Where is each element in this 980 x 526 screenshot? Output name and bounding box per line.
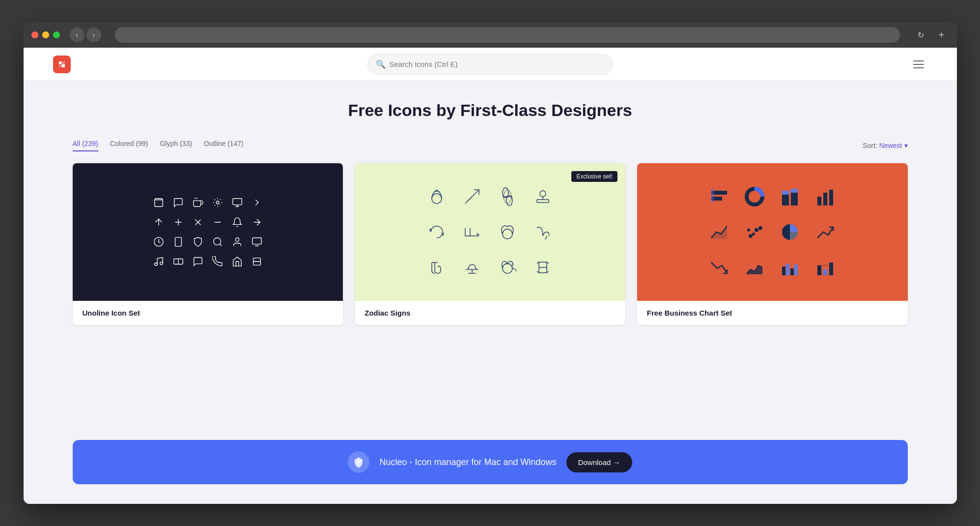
svg-point-64 xyxy=(758,226,762,230)
zodiac-icon-cancer xyxy=(423,218,450,246)
svg-rect-55 xyxy=(782,191,789,195)
svg-point-62 xyxy=(755,228,758,232)
outline-icon xyxy=(152,235,166,249)
card-preview-zodiac: Exclusive set! xyxy=(355,163,625,301)
sort-label: Sort: xyxy=(863,142,877,149)
browser-content: 🔍 Free Icons by First-Class Designers Al… xyxy=(24,48,957,504)
chart-icon-grouped-bar xyxy=(776,254,804,281)
traffic-lights xyxy=(31,31,60,38)
svg-rect-58 xyxy=(817,197,821,205)
card-label-charts: Free Business Chart Set xyxy=(637,301,908,325)
card-preview-unoline xyxy=(73,163,343,301)
card-preview-charts xyxy=(637,163,908,301)
svg-line-16 xyxy=(220,244,222,246)
download-button[interactable]: Download → xyxy=(566,452,632,472)
zodiac-icon-sagittarius xyxy=(458,183,486,210)
main-content: Free Icons by First-Class Designers All … xyxy=(24,81,957,440)
zodiac-icon-capricorn xyxy=(529,218,557,246)
svg-rect-71 xyxy=(817,265,821,275)
zodiac-icons-grid xyxy=(411,171,568,293)
outline-icon xyxy=(250,196,264,209)
svg-rect-57 xyxy=(791,189,798,193)
outline-icon xyxy=(211,196,224,209)
chart-icon-area xyxy=(741,254,768,281)
close-button[interactable] xyxy=(31,31,38,38)
chart-icon-trend-down xyxy=(705,254,733,281)
logo-icon[interactable] xyxy=(53,56,71,73)
card-label-zodiac: Zodiac Signs xyxy=(355,301,625,325)
outline-icon xyxy=(230,215,244,229)
outline-icon xyxy=(191,255,205,268)
svg-point-32 xyxy=(540,191,546,197)
back-button[interactable]: ‹ xyxy=(70,28,84,42)
svg-rect-18 xyxy=(252,238,261,244)
menu-line-1 xyxy=(913,60,924,61)
svg-point-15 xyxy=(214,238,221,245)
tab-colored[interactable]: Colored (99) xyxy=(110,140,148,151)
cards-grid: Unoline Icon Set Exclusive set! xyxy=(73,163,908,325)
tab-glyph[interactable]: Glyph (33) xyxy=(160,140,192,151)
card-unoline[interactable]: Unoline Icon Set xyxy=(73,163,343,325)
chart-icon-donut xyxy=(741,183,768,210)
address-bar[interactable] xyxy=(115,27,900,43)
unoline-icons-grid xyxy=(142,186,274,278)
svg-rect-59 xyxy=(823,193,827,205)
menu-line-3 xyxy=(913,67,924,68)
chart-icon-trend-up xyxy=(812,218,839,246)
outline-icon xyxy=(171,235,185,249)
maximize-button[interactable] xyxy=(53,31,60,38)
zodiac-icon-libra2 xyxy=(458,254,486,281)
outline-icon xyxy=(211,255,224,268)
sort-dropdown[interactable]: Newest ▾ xyxy=(879,142,908,149)
chart-icon-waterfall xyxy=(812,254,839,281)
svg-rect-72 xyxy=(823,269,827,275)
refresh-button[interactable]: ↻ xyxy=(914,28,928,42)
card-zodiac[interactable]: Exclusive set! xyxy=(355,163,625,325)
svg-rect-3 xyxy=(233,199,242,205)
menu-button[interactable] xyxy=(910,56,927,73)
outline-icon xyxy=(171,255,185,268)
svg-rect-54 xyxy=(782,195,789,205)
outline-icon xyxy=(250,215,264,229)
zodiac-icon-leo xyxy=(494,254,521,281)
nav-buttons: ‹ › xyxy=(70,28,101,42)
svg-point-65 xyxy=(747,229,750,232)
svg-rect-73 xyxy=(829,263,833,275)
outline-icon xyxy=(230,196,244,209)
chart-icon-bar-horizontal xyxy=(705,183,733,210)
svg-line-28 xyxy=(467,197,472,202)
zodiac-icon-gemini xyxy=(529,254,557,281)
chevron-down-icon: ▾ xyxy=(904,142,908,149)
tab-all[interactable]: All (239) xyxy=(73,140,98,151)
outline-icon xyxy=(250,255,264,268)
outline-icon xyxy=(211,235,224,249)
outline-icon xyxy=(171,196,185,209)
zodiac-icon-pisces xyxy=(494,183,521,210)
outline-icon xyxy=(250,235,264,249)
new-tab-button[interactable]: + xyxy=(934,28,949,42)
svg-rect-14 xyxy=(175,237,181,246)
tab-outline[interactable]: Outline (147) xyxy=(204,140,244,151)
svg-point-46 xyxy=(503,263,512,273)
svg-point-30 xyxy=(506,196,512,205)
svg-point-2 xyxy=(216,201,219,204)
search-bar[interactable]: 🔍 xyxy=(367,54,613,75)
svg-rect-56 xyxy=(791,193,798,205)
zodiac-icon-aries xyxy=(423,183,450,210)
forward-button[interactable]: › xyxy=(86,28,101,42)
svg-point-21 xyxy=(160,262,163,265)
search-input[interactable] xyxy=(390,60,605,68)
download-label: Download → xyxy=(578,458,620,467)
zodiac-icon-scorpio xyxy=(458,218,486,246)
minimize-button[interactable] xyxy=(42,31,49,38)
svg-rect-60 xyxy=(829,190,833,205)
chart-icon-pie xyxy=(776,218,804,246)
outline-icon xyxy=(230,235,244,249)
card-charts[interactable]: Free Business Chart Set xyxy=(637,163,908,325)
search-bar-wrapper: 🔍 xyxy=(71,54,910,75)
outline-icon xyxy=(171,215,185,229)
svg-rect-67 xyxy=(782,266,785,275)
svg-point-20 xyxy=(155,263,158,266)
card-label-unoline: Unoline Icon Set xyxy=(73,301,343,325)
outline-icon xyxy=(211,215,224,229)
